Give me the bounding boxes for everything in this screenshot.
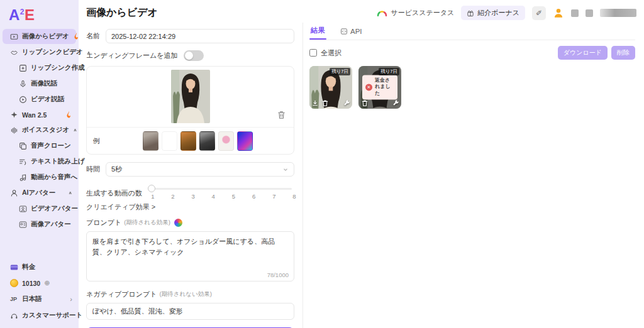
sidebar-item-create-lipsync[interactable]: リップシンク作成 xyxy=(3,60,76,75)
example-thumbnail-5[interactable] xyxy=(218,131,234,151)
examples-row: 例 xyxy=(87,127,294,154)
prompt-effect-icon[interactable] xyxy=(174,219,182,227)
sidebar-item-video-to-audio[interactable]: 動画から音声へ xyxy=(3,170,76,185)
sidebar-item-pricing[interactable]: 料金 xyxy=(3,260,76,275)
duration-row: 時間 5秒 xyxy=(86,162,294,177)
image-video-icon xyxy=(10,33,18,41)
sidebar-item-label: リップシンク作成 xyxy=(31,63,84,72)
download-button[interactable]: ダウンロード xyxy=(558,46,608,60)
credits-balance[interactable]: 10130 ⊕ xyxy=(3,276,76,290)
prompt-label-row: プロンプト (期待される効果) xyxy=(86,218,294,227)
name-input[interactable] xyxy=(106,29,294,43)
expiry-badge: 残り7日 xyxy=(330,68,350,75)
sparkle-icon xyxy=(10,111,18,119)
video-avatar-icon xyxy=(19,205,27,213)
sidebar-item-label: Wan 2.5 xyxy=(22,111,47,119)
uploaded-image-area[interactable] xyxy=(87,67,294,127)
negative-prompt-input[interactable] xyxy=(86,303,294,320)
sidebar-item-customer-support[interactable]: カスタマーサポート xyxy=(3,308,76,323)
result-cards: 残り7日 残り7日 ✕ 返金されました xyxy=(309,66,635,109)
plus-square-icon xyxy=(19,64,27,72)
chevron-right-icon: › xyxy=(70,295,72,303)
prompt-box: 服を肩まで引き下ろして、オフショルダー風にする、高品質、クリア、シネマティック … xyxy=(86,231,294,282)
page-title: 画像からビデオ xyxy=(86,6,158,19)
sidebar-item-image-to-video[interactable]: 画像からビデオ xyxy=(3,29,76,44)
example-thumbnail-3[interactable] xyxy=(180,131,196,151)
uploaded-portrait-image xyxy=(171,70,210,123)
music-note-icon xyxy=(19,173,27,182)
gift-icon xyxy=(467,9,474,17)
creative-effects-link[interactable]: クリエイティブ効果 > xyxy=(86,202,155,212)
pricing-label: 料金 xyxy=(22,263,35,271)
sidebar-bottom: 料金 10130 ⊕ JP 日本語 › カスタマーサポート xyxy=(0,260,79,323)
microphone-icon xyxy=(19,80,27,88)
sidebar-item-voice-clone[interactable]: 音声クローン xyxy=(3,138,76,153)
tab-api[interactable]: API xyxy=(339,28,364,40)
prompt-textarea[interactable]: 服を肩まで引き下ろして、オフショルダー風にする、高品質、クリア、シネマティック xyxy=(87,232,294,271)
sidebar-item-image-avatar[interactable]: 画像アバター xyxy=(3,217,76,232)
sidebar-group-voice-studio[interactable]: ボイススタジオ ∧ xyxy=(3,123,76,138)
sidebar-group-ai-avatar[interactable]: AIアバター ∧ xyxy=(3,185,76,200)
chevron-down-icon xyxy=(282,167,289,173)
referral-bonus-button[interactable]: 紹介ボーナス xyxy=(461,6,525,20)
results-tabs: 結果 API xyxy=(309,23,635,40)
sidebar-item-image-narration[interactable]: 画像説話 xyxy=(3,76,76,91)
tab-results[interactable]: 結果 xyxy=(309,26,326,40)
duration-label: 時間 xyxy=(86,165,100,174)
result-card-1[interactable]: 残り7日 xyxy=(309,66,352,109)
wrench-icon[interactable] xyxy=(343,99,350,107)
duration-select[interactable]: 5秒 xyxy=(106,162,294,177)
example-thumbnail-1[interactable] xyxy=(143,131,158,151)
sidebar-item-text-to-speech[interactable]: テキスト読み上げ xyxy=(3,154,76,169)
sidebar-item-label: 音声クローン xyxy=(31,141,71,150)
delete-button[interactable]: 削除 xyxy=(611,46,635,60)
sidebar-item-label: リップシンクビデオ xyxy=(22,48,83,57)
add-credits-icon[interactable]: ⊕ xyxy=(44,279,50,287)
service-status[interactable]: サービスステータス xyxy=(377,8,454,18)
account-icon[interactable] xyxy=(553,8,564,19)
content-area: 名前 エンディングフレームを追加 例 xyxy=(79,23,644,328)
chevron-up-icon: ∧ xyxy=(73,128,77,132)
sidebar-nav: 画像からビデオ リップシンクビデオ ∧ リップシンク作成 画像説話 ビデオ説話 xyxy=(0,29,79,260)
download-icon[interactable] xyxy=(311,99,319,107)
app-logo[interactable]: A2E xyxy=(0,4,79,29)
headset-icon xyxy=(10,312,18,320)
negative-prompt-label-row: ネガティブプロンプト (期待されない効果) xyxy=(86,290,294,299)
ending-frame-toggle[interactable] xyxy=(184,50,204,61)
hot-icon xyxy=(65,111,72,119)
name-label: 名前 xyxy=(86,31,100,41)
slider-tick: 2 xyxy=(171,193,174,200)
prompt-label: プロンプト xyxy=(86,218,121,227)
result-card-2[interactable]: 残り7日 ✕ 返金されました xyxy=(358,66,401,109)
sidebar-group-lipsync-video[interactable]: リップシンクビデオ ∧ xyxy=(3,45,76,60)
example-thumbnail-6[interactable] xyxy=(237,131,253,151)
sidebar-item-video-narration[interactable]: ビデオ説話 xyxy=(3,92,76,107)
sidebar-item-wan25[interactable]: Wan 2.5 xyxy=(3,107,76,122)
slider-tick: 7 xyxy=(272,193,275,200)
language-selector[interactable]: JP 日本語 › xyxy=(3,292,76,307)
id-card-icon xyxy=(19,221,27,229)
example-thumbnail-4[interactable] xyxy=(199,131,215,151)
select-all-label: 全選択 xyxy=(321,48,341,58)
ending-frame-label: エンディングフレームを追加 xyxy=(86,51,178,60)
slider-track[interactable] xyxy=(150,188,292,190)
trash-icon[interactable] xyxy=(321,99,329,107)
expiry-badge: 残り7日 xyxy=(379,68,399,75)
credit-card-icon xyxy=(10,263,18,271)
slider-handle[interactable] xyxy=(148,185,155,192)
credits-value: 10130 xyxy=(22,280,40,287)
results-panel: 結果 API 全選択 ダウンロード 削除 xyxy=(303,23,644,328)
delete-image-icon[interactable] xyxy=(277,110,286,119)
wrench-icon[interactable] xyxy=(392,99,399,107)
generation-form: 名前 エンディングフレームを追加 例 xyxy=(79,23,303,328)
example-thumbnail-2[interactable] xyxy=(162,131,177,151)
slider-tick: 5 xyxy=(232,193,235,200)
feedback-icon[interactable]: ✐ xyxy=(532,6,546,20)
person-icon xyxy=(10,189,18,197)
results-controls: 全選択 ダウンロード 削除 xyxy=(309,46,635,60)
sidebar-item-video-avatar[interactable]: ビデオアバター xyxy=(3,201,76,216)
select-all[interactable]: 全選択 xyxy=(309,48,341,58)
select-all-checkbox[interactable] xyxy=(309,49,317,57)
trash-icon[interactable] xyxy=(361,99,369,107)
name-row: 名前 xyxy=(86,29,294,43)
